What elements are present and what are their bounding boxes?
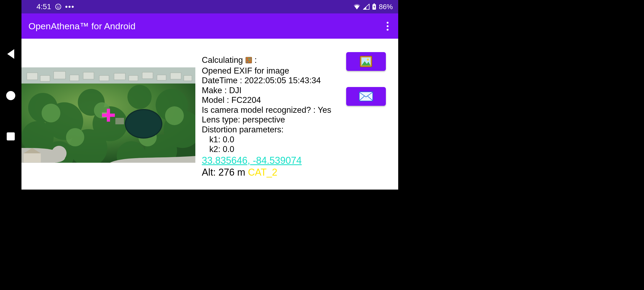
app-title: OpenAthena™ for Android — [28, 21, 136, 31]
svg-point-49 — [248, 58, 249, 59]
svg-rect-10 — [70, 75, 79, 81]
altitude-value: Alt: 276 m — [202, 167, 248, 178]
pillarbox-right — [398, 0, 644, 190]
svg-rect-9 — [54, 71, 65, 79]
calculating-line: Calculating : — [202, 55, 347, 66]
lens-line: Lens type: perspective — [202, 115, 347, 125]
svg-rect-11 — [83, 72, 94, 79]
send-email-button[interactable] — [346, 87, 386, 106]
svg-rect-44 — [246, 57, 252, 63]
face-icon — [55, 3, 61, 10]
svg-rect-16 — [157, 75, 166, 80]
status-bar: 4:51 ••• 86% — [21, 0, 398, 13]
main-content: Calculating : Opened EXIF for image Date… — [21, 39, 398, 190]
svg-point-34 — [165, 106, 184, 125]
svg-rect-14 — [129, 75, 138, 81]
aerial-image — [21, 67, 195, 163]
svg-rect-12 — [99, 75, 109, 81]
pillarbox-bottom — [0, 190, 644, 290]
svg-rect-17 — [170, 73, 181, 79]
recents-button[interactable] — [7, 132, 15, 140]
svg-point-50 — [250, 58, 251, 59]
svg-rect-7 — [27, 73, 38, 80]
android-nav-bar — [0, 0, 21, 190]
svg-point-0 — [56, 4, 61, 9]
k1-line: k1: 0.0 — [202, 135, 347, 145]
exif-readout: Calculating : Opened EXIF for image Date… — [202, 55, 347, 178]
svg-point-54 — [250, 61, 251, 63]
wifi-icon — [353, 4, 360, 10]
k2-line: k2: 0.0 — [202, 144, 347, 154]
altitude-line: Alt: 276 m CAT_2 — [202, 167, 347, 178]
recognized-line: Is camera model recognized? : Yes — [202, 105, 347, 115]
svg-rect-59 — [359, 92, 373, 101]
datetime-line: DateTime : 2022:05:05 15:43:34 — [202, 76, 347, 86]
make-line: Make : DJI — [202, 86, 347, 96]
svg-rect-15 — [142, 72, 153, 79]
more-notifications-icon: ••• — [65, 2, 75, 11]
svg-rect-4 — [374, 3, 375, 4]
svg-point-32 — [42, 104, 60, 122]
svg-rect-18 — [184, 75, 192, 81]
home-button[interactable] — [6, 91, 15, 100]
svg-point-58 — [367, 59, 369, 61]
svg-point-35 — [66, 128, 84, 146]
svg-point-2 — [58, 6, 59, 7]
back-button[interactable] — [7, 49, 14, 59]
svg-rect-41 — [102, 113, 109, 117]
app-bar: OpenAthena™ for Android — [21, 13, 398, 39]
battery-percent: 86% — [379, 3, 393, 11]
svg-point-38 — [126, 110, 161, 137]
svg-rect-13 — [114, 73, 125, 80]
svg-point-52 — [249, 60, 250, 61]
picture-frame-icon — [360, 56, 372, 67]
svg-point-29 — [127, 85, 152, 109]
distortion-header: Distortion parameters: — [202, 125, 347, 135]
tle-category-badge: CAT_2 — [248, 167, 277, 178]
signal-icon — [363, 4, 369, 10]
select-image-button[interactable] — [346, 52, 386, 71]
svg-rect-40 — [115, 118, 124, 124]
abacus-icon — [245, 56, 252, 66]
model-line: Model : FC2204 — [202, 95, 347, 105]
overflow-menu-button[interactable] — [384, 19, 391, 33]
status-clock: 4:51 — [36, 2, 51, 11]
action-buttons — [346, 52, 386, 106]
envelope-icon — [359, 92, 373, 101]
svg-rect-8 — [40, 75, 50, 81]
battery-icon — [372, 3, 376, 10]
svg-point-1 — [57, 6, 58, 7]
drone-image-panel[interactable] — [21, 67, 195, 163]
svg-point-51 — [247, 60, 248, 61]
svg-point-48 — [247, 58, 248, 59]
svg-rect-42 — [24, 153, 41, 162]
svg-point-53 — [247, 61, 248, 63]
coordinates-link[interactable]: 33.835646, -84.539074 — [202, 155, 302, 166]
svg-point-39 — [52, 146, 67, 161]
app-screen: 4:51 ••• 86% OpenAthena™ for Android — [21, 0, 398, 190]
opened-exif-line: Opened EXIF for image — [202, 66, 347, 76]
